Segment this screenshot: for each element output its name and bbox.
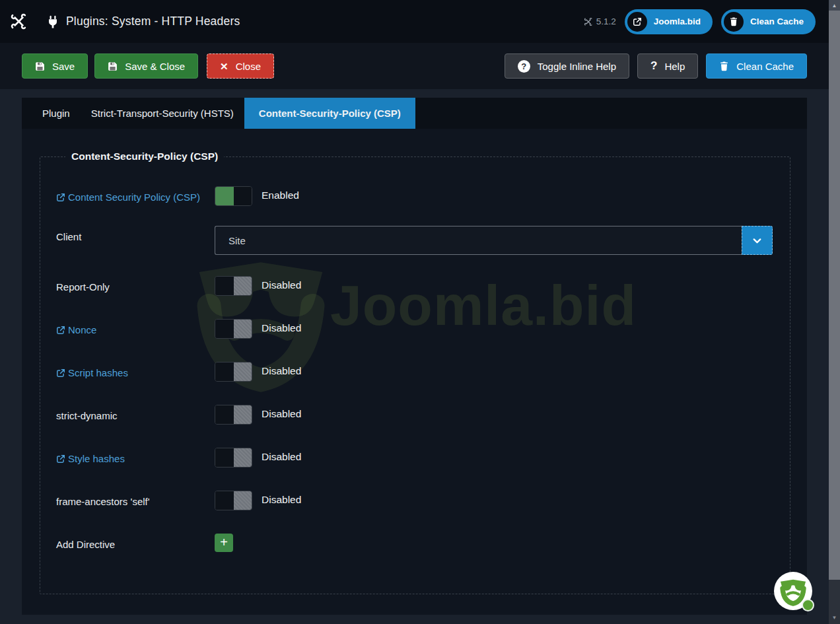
toggle-inline-help-label: Toggle Inline Help	[538, 61, 616, 72]
save-button[interactable]: Save	[22, 53, 88, 79]
form-row: Report-OnlyDisabled	[56, 276, 773, 296]
row-label[interactable]: Nonce	[56, 319, 215, 338]
row-label[interactable]: Script hashes	[56, 362, 215, 381]
select-value[interactable]: Site	[215, 226, 742, 255]
tab-hsts[interactable]: Strict-Transport-Security (HSTS)	[81, 98, 244, 129]
joomla-bid-label: Joomla.bid	[654, 17, 701, 26]
vertical-scrollbar[interactable]: ▲ ▼	[829, 0, 840, 624]
row-label: Client	[56, 226, 215, 245]
row-label-text: Content Security Policy (CSP)	[68, 191, 200, 203]
toggle-switch[interactable]	[215, 491, 252, 510]
form-row: Script hashesDisabled	[56, 362, 773, 382]
toggle-switch[interactable]	[215, 186, 252, 206]
form-row: Style hashesDisabled	[56, 448, 773, 468]
clean-cache-pill-button[interactable]: Clean Cache	[721, 9, 816, 34]
external-link-icon	[56, 454, 65, 464]
close-label: Close	[236, 61, 261, 72]
toggle-state-label: Disabled	[262, 491, 301, 506]
toggle-state-label: Disabled	[262, 319, 301, 334]
toggle-switch[interactable]	[215, 405, 252, 425]
fieldset-legend: Content-Security-Policy (CSP)	[65, 151, 224, 162]
save-and-close-button[interactable]: Save & Close	[94, 53, 198, 79]
row-label[interactable]: Style hashes	[56, 448, 215, 467]
save-and-close-label: Save & Close	[125, 61, 185, 72]
joomla-bid-mascot-avatar[interactable]	[774, 572, 812, 610]
add-directive-button[interactable]: +	[215, 534, 233, 552]
action-toolbar: Save Save & Close ✕ Close ? Toggle Inlin…	[0, 43, 840, 89]
content-panel: Plugin Strict-Transport-Security (HSTS) …	[22, 98, 807, 615]
toggle-switch[interactable]	[215, 362, 252, 382]
trash-icon	[724, 12, 744, 32]
chevron-down-icon	[752, 235, 763, 246]
toggle-state-label: Disabled	[262, 276, 301, 291]
close-icon: ✕	[220, 61, 228, 71]
external-link-icon	[56, 368, 65, 378]
form-row: Add Directive+	[56, 534, 773, 553]
clean-cache-pill-label: Clean Cache	[750, 17, 804, 26]
scroll-down-arrow[interactable]: ▼	[829, 613, 840, 622]
form-row: strict-dynamicDisabled	[56, 405, 773, 425]
row-label: strict-dynamic	[56, 405, 215, 424]
toggle-state-label: Disabled	[262, 405, 301, 420]
row-label-text: Nonce	[68, 324, 96, 335]
save-icon	[35, 61, 45, 71]
external-link-icon	[56, 193, 65, 202]
page-title: Plugins: System - HTTP Headers	[66, 15, 240, 28]
select-chevron-button[interactable]	[742, 226, 773, 255]
avatar-status-badge	[802, 599, 814, 611]
row-label: Report-Only	[56, 276, 215, 295]
toggle-switch[interactable]	[215, 448, 252, 468]
form-row: NonceDisabled	[56, 319, 773, 339]
tab-plugin[interactable]: Plugin	[32, 98, 81, 129]
row-label-text: Script hashes	[68, 367, 128, 378]
top-bar: Plugins: System - HTTP Headers 5.1.2 Joo…	[0, 0, 840, 43]
help-button[interactable]: ? Help	[637, 53, 698, 79]
toggle-switch[interactable]	[215, 319, 252, 339]
save-icon	[108, 61, 118, 71]
toggle-state-label: Disabled	[262, 362, 301, 377]
csp-fieldset: Content-Security-Policy (CSP) Content Se…	[40, 156, 790, 594]
close-button[interactable]: ✕ Close	[207, 53, 274, 79]
save-label: Save	[52, 61, 75, 72]
joomla-version-icon	[584, 17, 593, 26]
plugin-icon	[46, 15, 59, 28]
toggle-switch[interactable]	[215, 276, 252, 296]
tab-bar: Plugin Strict-Transport-Security (HSTS) …	[22, 98, 807, 129]
external-link-icon	[56, 326, 65, 335]
joomla-logo-icon[interactable]	[10, 13, 28, 30]
external-link-icon	[627, 12, 647, 32]
form-row: Content Security Policy (CSP)Enabled	[56, 186, 773, 206]
clean-cache-button[interactable]: Clean Cache	[706, 53, 807, 79]
tab-csp[interactable]: Content-Security-Policy (CSP)	[244, 98, 415, 129]
row-label[interactable]: Content Security Policy (CSP)	[56, 186, 215, 205]
version-indicator: 5.1.2	[584, 17, 616, 26]
toggle-state-label: Disabled	[262, 448, 301, 463]
version-number: 5.1.2	[596, 17, 616, 26]
client-select[interactable]: Site	[215, 226, 773, 255]
help-label: Help	[664, 61, 685, 72]
clean-cache-label: Clean Cache	[736, 61, 794, 72]
scroll-up-arrow[interactable]: ▲	[829, 0, 840, 11]
row-label: frame-ancestors 'self'	[56, 491, 215, 510]
form-rows: Content Security Policy (CSP)EnabledClie…	[56, 186, 773, 553]
toggle-inline-help-button[interactable]: ? Toggle Inline Help	[505, 53, 629, 79]
question-icon: ?	[650, 59, 657, 73]
scrollbar-thumb[interactable]	[829, 11, 840, 580]
toggle-state-label: Enabled	[262, 186, 299, 201]
tab-panel-csp: Joomla.bid Content-Security-Policy (CSP)…	[22, 129, 807, 615]
trash-icon	[719, 61, 729, 71]
form-row: ClientSite	[56, 226, 773, 255]
joomla-bid-button[interactable]: Joomla.bid	[625, 9, 713, 34]
form-row: frame-ancestors 'self'Disabled	[56, 491, 773, 510]
row-label: Add Directive	[56, 534, 215, 553]
question-circle-icon: ?	[518, 60, 530, 73]
row-label-text: Style hashes	[68, 453, 125, 464]
